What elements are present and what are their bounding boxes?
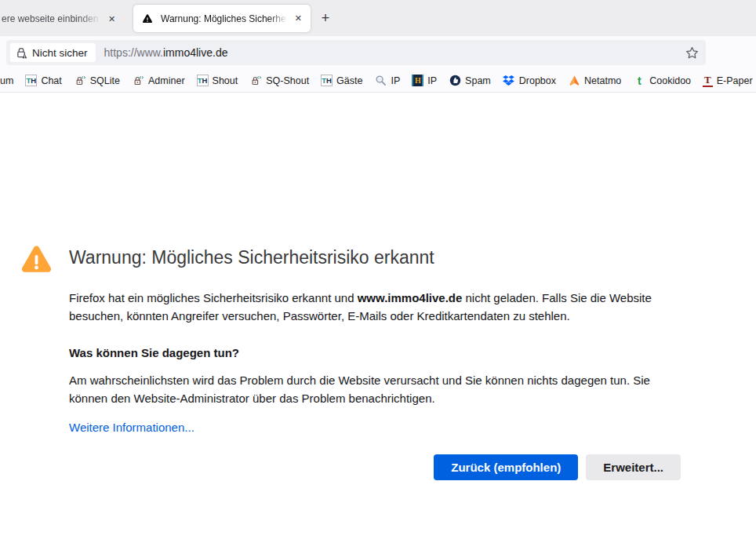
bookmark-label: SQ-Shout: [266, 75, 309, 86]
bookmark-item-shout[interactable]: TH Shout: [197, 75, 238, 86]
intro-paragraph: Firefox hat ein mögliches Sicherheitsris…: [69, 289, 681, 325]
magnifier-favicon: [374, 75, 387, 87]
gold-h-favicon: H: [412, 75, 423, 86]
bookmark-label: Dropbox: [519, 75, 556, 86]
bookmark-item-netatmo[interactable]: Netatmo: [568, 75, 621, 87]
bookmark-item-gaeste[interactable]: TH Gäste: [321, 75, 362, 86]
page-title: Warnung: Mögliches Sicherheitsrisiko erk…: [69, 247, 681, 268]
bookmark-item-cookidoo[interactable]: t Cookidoo: [633, 75, 691, 87]
tab-active[interactable]: Warnung: Mögliches Sicherheit ✕: [133, 5, 311, 32]
tab-title: Warnung: Mögliches Sicherheit: [161, 13, 292, 24]
url-scheme: https://www.: [104, 46, 163, 59]
bookmark-item-ip-1[interactable]: IP: [374, 75, 400, 87]
tab-strip: ere webseite einbinden - Mo ✕ Warnung: M…: [0, 0, 756, 36]
navigation-toolbar: Nicht sicher https://www.immo4live.de: [0, 36, 756, 69]
th-favicon: TH: [321, 75, 333, 86]
bookmark-item-dropbox[interactable]: Dropbox: [503, 75, 556, 87]
bookmark-item-sqlite[interactable]: SQLite: [74, 75, 120, 87]
bookmark-label: Shout: [213, 75, 238, 86]
browser-window: ere webseite einbinden - Mo ✕ Warnung: M…: [0, 0, 756, 93]
bookmark-label: um: [0, 75, 13, 86]
address-bar[interactable]: Nicht sicher https://www.immo4live.de: [6, 40, 706, 65]
bookmark-label: Cookidoo: [649, 75, 691, 86]
warning-triangle-icon: [19, 243, 54, 276]
code-lock-favicon: [132, 75, 144, 87]
bookmark-item-um[interactable]: um: [0, 75, 13, 86]
url-text: https://www.immo4live.de: [104, 46, 228, 59]
epaper-favicon: T: [703, 75, 713, 87]
button-row: Zurück (empfohlen) Erweitert...: [69, 454, 681, 480]
tab-inactive[interactable]: ere webseite einbinden - Mo ✕: [0, 5, 129, 32]
new-tab-button[interactable]: +: [315, 8, 336, 28]
netatmo-favicon: [568, 75, 580, 87]
bookmark-label: IP: [427, 75, 437, 86]
learn-more-link[interactable]: Weitere Informationen...: [69, 421, 194, 434]
url-domain: immo4live.de: [163, 46, 227, 59]
cookidoo-favicon: t: [633, 75, 645, 87]
code-lock-favicon: [74, 75, 86, 87]
th-favicon: TH: [197, 75, 209, 86]
close-icon[interactable]: ✕: [105, 13, 118, 25]
dropbox-favicon: [503, 75, 515, 87]
bookmark-label: Gäste: [336, 75, 362, 86]
spam-favicon: [449, 75, 461, 87]
bookmark-item-ip-2[interactable]: H IP: [412, 75, 437, 86]
bookmark-label: E-Paper: [717, 75, 753, 86]
bookmark-item-spam[interactable]: Spam: [449, 75, 491, 87]
advanced-button[interactable]: Erweitert...: [586, 454, 681, 480]
back-button[interactable]: Zurück (empfohlen): [434, 454, 578, 480]
bookmark-label: Spam: [465, 75, 491, 86]
bookmark-item-chat[interactable]: TH Chat: [25, 75, 61, 86]
bookmarks-toolbar: um TH Chat SQLite: [0, 69, 756, 93]
site-security-button[interactable]: Nicht sicher: [10, 43, 96, 62]
bookmark-item-adminer[interactable]: Adminer: [132, 75, 185, 87]
tab-title: ere webseite einbinden - Mo: [2, 13, 105, 24]
bookmark-label: Adminer: [148, 75, 185, 86]
security-label: Nicht sicher: [32, 47, 88, 59]
th-favicon: TH: [25, 75, 37, 86]
bookmark-label: SQLite: [90, 75, 120, 86]
blocked-domain: www.immo4live.de: [358, 291, 463, 304]
bookmark-label: Chat: [41, 75, 61, 86]
page-content: Warnung: Mögliches Sicherheitsrisiko erk…: [0, 93, 756, 554]
insecure-lock-icon: [16, 47, 27, 59]
code-lock-favicon: [249, 75, 262, 87]
bookmark-label: Netatmo: [584, 75, 621, 86]
close-icon[interactable]: ✕: [292, 13, 305, 24]
bookmark-label: IP: [391, 75, 400, 86]
bookmark-star-icon[interactable]: [685, 46, 699, 60]
body-paragraph: Am wahrscheinlichsten wird das Problem d…: [69, 371, 681, 407]
warning-favicon-icon: [141, 13, 154, 25]
bookmark-item-sq-shout[interactable]: SQ-Shout: [249, 75, 309, 87]
bookmark-item-epaper[interactable]: T E-Paper: [703, 75, 753, 87]
sub-heading: Was können Sie dagegen tun?: [69, 346, 681, 359]
